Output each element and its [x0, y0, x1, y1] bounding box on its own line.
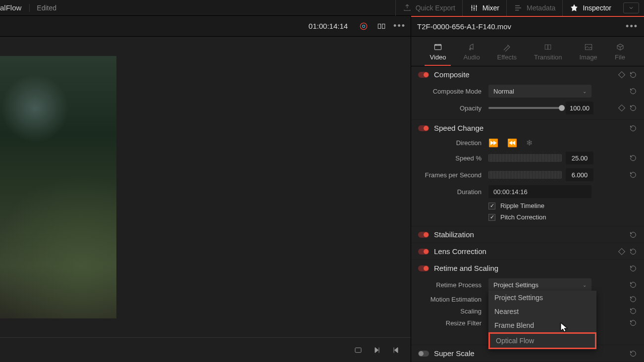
- clip-filename: T2F-0000-656-A1-F140.mov: [417, 22, 626, 31]
- reset-icon[interactable]: [629, 71, 637, 79]
- reset-icon[interactable]: [629, 350, 637, 358]
- option-optical-flow[interactable]: Optical Flow: [488, 332, 596, 349]
- viewer-menu-icon[interactable]: •••: [393, 21, 406, 31]
- dual-view-icon[interactable]: [376, 20, 387, 32]
- quick-export-label: Quick Export: [416, 4, 455, 12]
- opacity-label: Opacity: [418, 104, 484, 112]
- tab-effects[interactable]: Effects: [492, 41, 522, 66]
- speed-title: Speed Change: [434, 124, 624, 132]
- option-nearest[interactable]: Nearest: [488, 305, 596, 318]
- stabilization-title: Stabilization: [434, 230, 624, 239]
- tab-transition[interactable]: Transition: [529, 41, 567, 66]
- option-frame-blend[interactable]: Frame Blend: [488, 318, 596, 332]
- resize-filter-label: Resize Filter: [418, 319, 484, 327]
- composite-mode-dropdown[interactable]: Normal ⌄: [488, 85, 591, 98]
- keyframe-icon[interactable]: [618, 104, 625, 111]
- inspector-tabs: Video Audio Effects Transition Image Fil…: [411, 37, 644, 66]
- opacity-slider[interactable]: [488, 107, 562, 109]
- tab-file[interactable]: File: [610, 41, 631, 66]
- stabilization-section: Stabilization: [411, 226, 644, 243]
- file-icon: [615, 43, 626, 52]
- audio-icon: [466, 43, 477, 52]
- speed-input[interactable]: 25.00: [566, 152, 593, 164]
- retime-process-dropdown[interactable]: Project Settings ⌄: [488, 278, 591, 291]
- ripple-checkbox[interactable]: ✓ Ripple Timeline: [488, 202, 637, 209]
- image-icon: [583, 43, 594, 52]
- mixer-icon: [470, 3, 479, 12]
- viewer-canvas[interactable]: [0, 37, 411, 337]
- lens-title: Lens Correction: [434, 247, 614, 256]
- next-frame-icon[interactable]: [372, 345, 382, 355]
- composite-toggle[interactable]: [418, 72, 429, 78]
- mouse-cursor-icon: [560, 322, 569, 335]
- reset-icon[interactable]: [629, 124, 637, 132]
- composite-mode-label: Composite Mode: [418, 88, 484, 95]
- inspector-menu-icon[interactable]: •••: [626, 21, 638, 32]
- reset-icon[interactable]: [629, 87, 637, 95]
- reset-icon[interactable]: [629, 171, 637, 179]
- speed-toggle[interactable]: [418, 125, 429, 131]
- motion-estimation-label: Motion Estimation: [418, 296, 484, 303]
- viewer-panel: [0, 37, 411, 362]
- retime-process-popup: Project Settings Nearest Frame Blend Opt…: [488, 291, 596, 349]
- video-icon: [432, 43, 443, 52]
- speed-percent-label: Speed %: [418, 155, 484, 162]
- speed-slider[interactable]: [488, 154, 562, 162]
- edited-badge: Edited: [29, 4, 56, 12]
- reverse-icon[interactable]: ⏪: [507, 138, 517, 148]
- keyframe-icon[interactable]: [618, 248, 625, 255]
- mixer-label: Mixer: [483, 4, 499, 12]
- reset-icon[interactable]: [629, 281, 637, 289]
- option-project-settings[interactable]: Project Settings: [488, 291, 596, 305]
- effects-icon: [501, 43, 512, 52]
- metadata-button[interactable]: Metadata: [506, 0, 562, 16]
- metadata-icon: [514, 3, 523, 12]
- expand-dropdown[interactable]: [623, 2, 639, 13]
- pitch-checkbox[interactable]: ✓ Pitch Correction: [488, 213, 637, 221]
- reset-icon[interactable]: [629, 248, 637, 256]
- chevron-down-icon: ⌄: [583, 282, 587, 288]
- export-icon: [403, 3, 412, 12]
- reset-icon[interactable]: [629, 295, 637, 303]
- duration-input[interactable]: 00:00:14:16: [488, 185, 591, 198]
- superscale-toggle[interactable]: [418, 351, 429, 357]
- fps-label: Frames per Second: [418, 171, 484, 179]
- prev-frame-icon[interactable]: [391, 345, 401, 355]
- retime-title: Retime and Scaling: [434, 264, 624, 272]
- retime-toggle[interactable]: [418, 265, 429, 271]
- chevron-down-icon: ⌄: [583, 89, 587, 94]
- reset-icon[interactable]: [629, 307, 637, 315]
- tab-image[interactable]: Image: [574, 41, 602, 66]
- retime-section: Retime and Scaling Retime Process Projec…: [411, 260, 644, 345]
- loop-icon[interactable]: [353, 345, 363, 355]
- svg-rect-2: [378, 24, 380, 28]
- duration-label: Duration: [418, 188, 484, 196]
- lens-toggle[interactable]: [418, 249, 429, 255]
- scopes-icon[interactable]: [358, 20, 370, 32]
- svg-rect-4: [355, 348, 361, 352]
- reset-icon[interactable]: [629, 264, 637, 272]
- speed-section: Speed Change Direction ⏩ ⏪ ❄ Speed % 25.…: [411, 120, 644, 226]
- svg-rect-7: [545, 45, 548, 49]
- keyframe-icon[interactable]: [618, 71, 625, 78]
- forward-icon[interactable]: ⏩: [488, 138, 498, 148]
- reset-icon[interactable]: [629, 104, 637, 112]
- composite-section: Composite Composite Mode Normal ⌄ Opacit…: [411, 66, 644, 120]
- freeze-icon[interactable]: ❄: [526, 138, 533, 148]
- tab-video[interactable]: Video: [425, 41, 451, 66]
- fps-slider[interactable]: [488, 171, 562, 179]
- mixer-button[interactable]: Mixer: [462, 0, 506, 16]
- reset-icon[interactable]: [629, 319, 637, 327]
- reset-icon[interactable]: [629, 154, 637, 162]
- inspector-button[interactable]: Inspector: [562, 0, 618, 16]
- transition-icon: [542, 43, 553, 52]
- lens-section: Lens Correction: [411, 243, 644, 260]
- reset-icon[interactable]: [629, 231, 637, 239]
- quick-export-button[interactable]: Quick Export: [395, 0, 462, 16]
- stabilization-toggle[interactable]: [418, 232, 429, 238]
- svg-rect-3: [382, 24, 385, 28]
- opacity-input[interactable]: 100.00: [566, 102, 593, 114]
- direction-label: Direction: [418, 139, 484, 147]
- fps-input[interactable]: 6.000: [566, 168, 593, 181]
- tab-audio[interactable]: Audio: [458, 41, 484, 66]
